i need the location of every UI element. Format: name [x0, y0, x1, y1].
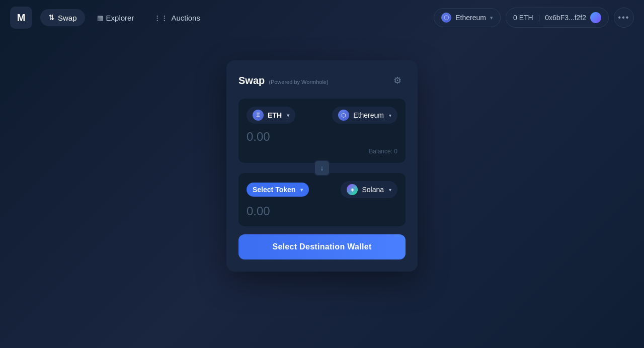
from-network-label: Ethereum — [353, 111, 384, 119]
from-network-chevron: ▾ — [389, 113, 391, 118]
from-token-chevron: ▾ — [287, 113, 289, 118]
ethereum-network-icon: ⬡ — [338, 110, 349, 121]
from-network-selector[interactable]: ⬡ Ethereum ▾ — [332, 107, 397, 124]
select-destination-wallet-button[interactable]: Select Destination Wallet — [238, 234, 406, 259]
to-token-selector[interactable]: Select Token ▾ — [247, 183, 309, 197]
eth-token-icon: Ξ — [253, 110, 264, 121]
balance-label: Balance: 0 — [369, 148, 397, 155]
wallet-balance: 0 ETH — [513, 14, 533, 22]
to-network-chevron: ▾ — [389, 187, 391, 193]
swap-direction-button[interactable]: ↓ — [314, 160, 330, 176]
wallet-avatar — [590, 12, 601, 23]
cta-button-label: Select Destination Wallet — [272, 242, 371, 251]
from-token-label: ETH — [268, 111, 282, 119]
settings-button[interactable]: ⚙ — [389, 72, 406, 89]
nav-explorer-label: Explorer — [106, 14, 134, 22]
auctions-icon: ⋮⋮ — [154, 14, 168, 22]
swap-direction: ↓ — [238, 160, 406, 176]
from-amount-input[interactable] — [247, 130, 397, 144]
wallet-divider: | — [538, 14, 540, 22]
swap-title: Swap — [238, 75, 265, 86]
nav-swap[interactable]: ⇅ Swap — [40, 9, 85, 26]
solana-network-icon: ◈ — [347, 184, 358, 195]
swap-down-icon: ↓ — [320, 164, 324, 172]
logo: M — [10, 7, 32, 29]
nav-explorer[interactable]: ▦ Explorer — [89, 10, 142, 26]
more-button[interactable]: ••• — [614, 8, 634, 28]
main-content: Swap (Powered by Wormhole) ⚙ Ξ ETH ▾ ⬡ E… — [0, 35, 644, 272]
settings-icon: ⚙ — [393, 75, 401, 86]
wallet-address: 0x6bF3...f2f2 — [545, 14, 586, 22]
to-section: Select Token ▾ ◈ Solana ▾ — [238, 173, 406, 226]
more-icon: ••• — [618, 13, 630, 22]
to-amount-input[interactable] — [247, 204, 397, 218]
to-token-chevron: ▾ — [300, 187, 303, 193]
network-chevron: ▾ — [490, 15, 493, 21]
network-label: Ethereum — [455, 14, 486, 22]
from-balance: Balance: 0 — [247, 148, 397, 155]
from-section: Ξ ETH ▾ ⬡ Ethereum ▾ Balance: 0 — [238, 99, 406, 163]
swap-title-group: Swap (Powered by Wormhole) — [238, 75, 329, 86]
swap-card-header: Swap (Powered by Wormhole) ⚙ — [238, 72, 406, 89]
to-controls: Select Token ▾ ◈ Solana ▾ — [247, 181, 397, 198]
wallet-info[interactable]: 0 ETH | 0x6bF3...f2f2 — [506, 8, 609, 28]
header: M ⇅ Swap ▦ Explorer ⋮⋮ Auctions ⬡ Ethere… — [0, 0, 644, 35]
to-network-selector[interactable]: ◈ Solana ▾ — [341, 181, 397, 198]
explorer-icon: ▦ — [97, 14, 103, 22]
to-network-label: Solana — [362, 186, 384, 194]
header-right: ⬡ Ethereum ▾ 0 ETH | 0x6bF3...f2f2 ••• — [434, 8, 634, 28]
network-selector[interactable]: ⬡ Ethereum ▾ — [434, 8, 501, 27]
from-controls: Ξ ETH ▾ ⬡ Ethereum ▾ — [247, 107, 397, 124]
swap-card: Swap (Powered by Wormhole) ⚙ Ξ ETH ▾ ⬡ E… — [226, 60, 418, 272]
swap-powered-by: (Powered by Wormhole) — [269, 79, 328, 85]
nav-auctions[interactable]: ⋮⋮ Auctions — [146, 10, 208, 26]
eth-network-icon: ⬡ — [441, 13, 451, 23]
nav-auctions-label: Auctions — [171, 14, 200, 22]
from-token-selector[interactable]: Ξ ETH ▾ — [247, 107, 295, 124]
to-token-label: Select Token — [253, 186, 295, 194]
swap-icon: ⇅ — [48, 13, 55, 22]
nav-swap-label: Swap — [58, 14, 77, 22]
